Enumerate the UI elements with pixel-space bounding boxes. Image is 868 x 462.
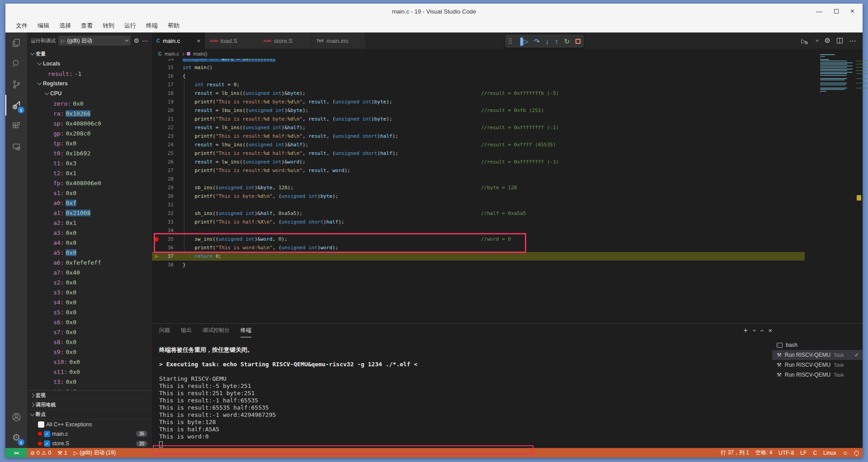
cursor-position[interactable]: 行 37，列 1 bbox=[717, 449, 752, 457]
start-debug-icon[interactable]: ▷ bbox=[61, 38, 65, 44]
eol-sequence[interactable]: LF bbox=[797, 450, 810, 456]
menu-item-0[interactable]: 文件 bbox=[12, 20, 32, 31]
debug-session-status[interactable]: ▷(gdb) 启动 (19) bbox=[71, 448, 119, 457]
step-into-icon[interactable]: ↓ bbox=[546, 38, 549, 45]
terminal-list-item-2[interactable]: ⚒Run RISCV-QEMUTask bbox=[772, 360, 863, 370]
panel-tab-调试控制台[interactable]: 调试控制台 bbox=[203, 324, 230, 337]
terminal-list-item-0[interactable]: ›bash bbox=[772, 340, 863, 350]
tab-store-S[interactable]: ASMstore.S bbox=[259, 33, 312, 49]
launch-config-select[interactable]: ▷ (gdb) 启动 bbox=[58, 36, 131, 46]
indentation[interactable]: 空格: 4 bbox=[752, 449, 775, 457]
register-row-sp[interactable]: sp: 0x408006c0 bbox=[27, 118, 152, 128]
terminal-output[interactable]: 终端将被任务重用，按任意键关闭。 > Executing task: echo … bbox=[152, 337, 772, 448]
tree-row[interactable]: Registers bbox=[27, 79, 152, 89]
menu-item-6[interactable]: 终端 bbox=[142, 20, 162, 31]
menu-item-5[interactable]: 运行 bbox=[120, 20, 140, 31]
breakpoint-checkbox[interactable]: ✓ bbox=[44, 431, 50, 437]
tree-row[interactable]: Locals bbox=[27, 59, 152, 69]
register-row-t2[interactable]: t2: 0x1 bbox=[27, 168, 152, 178]
maximize-icon[interactable] bbox=[834, 9, 839, 14]
register-row-a7[interactable]: a7: 0x40 bbox=[27, 267, 152, 277]
register-row-gp[interactable]: gp: 0x208c0 bbox=[27, 128, 152, 138]
menu-item-2[interactable]: 选择 bbox=[55, 20, 75, 31]
register-row-s1[interactable]: s1: 0x0 bbox=[27, 188, 152, 198]
code-editor[interactable]: 14unsigned int word = 0xffffffff;15int m… bbox=[152, 59, 863, 323]
register-row-a2[interactable]: a2: 0x1 bbox=[27, 218, 152, 228]
run-debug-icon[interactable]: 1 bbox=[5, 95, 27, 116]
run-or-debug-icon[interactable]: ▷⚙ bbox=[801, 37, 809, 44]
register-row-s5[interactable]: s5: 0x0 bbox=[27, 307, 152, 317]
register-row-t1[interactable]: t1: 0x3 bbox=[27, 158, 152, 168]
minimap[interactable] bbox=[820, 54, 856, 94]
variable-row-result[interactable]: result: -1 bbox=[27, 69, 152, 79]
register-row-a1[interactable]: a1: 0x21008 bbox=[27, 208, 152, 218]
tree-row[interactable]: CPU bbox=[27, 89, 152, 98]
breakpoint-row-All-C---Exceptions[interactable]: All C++ Exceptions bbox=[27, 420, 152, 429]
tree-row[interactable]: 变量 bbox=[27, 49, 152, 59]
task-status[interactable]: ⚒1 bbox=[54, 448, 70, 457]
tab-main-ins[interactable]: TeXmain.ins bbox=[312, 33, 365, 49]
extensions-icon[interactable] bbox=[5, 116, 27, 136]
breakpoint-row-store-S[interactable]: ✓store.S20 bbox=[27, 439, 152, 448]
terminal-list-item-3[interactable]: ⚒Run RISCV-QEMUTask bbox=[772, 370, 863, 380]
explorer-icon[interactable] bbox=[5, 33, 27, 53]
search-icon[interactable] bbox=[5, 53, 27, 74]
register-row-s10[interactable]: s10: 0x0 bbox=[27, 357, 152, 367]
section-breakpoints[interactable]: 断点 bbox=[27, 410, 152, 420]
register-row-s3[interactable]: s3: 0x0 bbox=[27, 287, 152, 297]
register-row-s9[interactable]: s9: 0x0 bbox=[27, 347, 152, 357]
register-row-s7[interactable]: s7: 0x0 bbox=[27, 327, 152, 337]
encoding[interactable]: UTF-8 bbox=[775, 450, 797, 456]
tab-load-S[interactable]: ASMload.S bbox=[205, 33, 259, 49]
notifications-bell-icon[interactable] bbox=[851, 451, 863, 455]
register-row-a4[interactable]: a4: 0x0 bbox=[27, 238, 152, 247]
maximize-panel-icon[interactable] bbox=[760, 330, 764, 333]
stop-icon[interactable] bbox=[576, 39, 580, 44]
close-icon[interactable]: × bbox=[850, 8, 854, 15]
source-control-icon[interactable] bbox=[5, 74, 27, 95]
continue-icon[interactable]: ▐▷ bbox=[518, 38, 528, 45]
feedback-icon[interactable]: ☺ bbox=[840, 450, 851, 456]
account-icon[interactable] bbox=[5, 406, 27, 427]
toolbar-grip-icon[interactable]: •• •• •• bbox=[509, 38, 512, 45]
register-row-t4[interactable]: t4: 0x0 bbox=[27, 387, 152, 390]
os-indicator[interactable]: Linux bbox=[820, 450, 840, 456]
breadcrumb-symbol[interactable]: main() bbox=[193, 51, 207, 56]
settings-gear-icon[interactable]: ⚙ 1 bbox=[5, 427, 27, 448]
breakpoint-row-main-c[interactable]: ✓main.c35 bbox=[27, 429, 152, 439]
language-mode[interactable]: C bbox=[810, 450, 820, 456]
register-row-fp[interactable]: fp: 0x408006e0 bbox=[27, 178, 152, 188]
terminal-dropdown-icon[interactable] bbox=[753, 328, 756, 331]
menu-item-7[interactable]: 帮助 bbox=[164, 20, 184, 31]
breadcrumb-file[interactable]: main.c bbox=[165, 51, 179, 56]
register-row-t3[interactable]: t3: 0x0 bbox=[27, 377, 152, 387]
editor-more-actions-icon[interactable]: ⋯ bbox=[849, 37, 856, 45]
panel-tab-问题[interactable]: 问题 bbox=[159, 324, 170, 337]
breakpoint-checkbox[interactable] bbox=[38, 421, 44, 428]
panel-tab-输出[interactable]: 输出 bbox=[181, 324, 192, 337]
panel-tab-终端[interactable]: 终端 bbox=[241, 324, 251, 337]
register-row-zero[interactable]: zero: 0x0 bbox=[27, 98, 152, 108]
register-row-a6[interactable]: a6: 0xfefefeff bbox=[27, 257, 152, 267]
menu-item-4[interactable]: 转到 bbox=[99, 20, 118, 31]
more-actions-icon[interactable]: ⋯ bbox=[142, 37, 148, 44]
register-row-s2[interactable]: s2: 0x0 bbox=[27, 277, 152, 287]
step-out-icon[interactable]: ↑ bbox=[555, 38, 558, 45]
terminal-list-item-1[interactable]: ⚒Run RISCV-QEMUTask✓ bbox=[772, 350, 863, 360]
menu-item-3[interactable]: 查看 bbox=[77, 20, 97, 31]
restart-icon[interactable]: ↻ bbox=[564, 38, 570, 45]
register-row-tp[interactable]: tp: 0x0 bbox=[27, 138, 152, 148]
step-over-icon[interactable]: ↷ bbox=[534, 38, 540, 45]
register-row-s11[interactable]: s11: 0x0 bbox=[27, 367, 152, 377]
minimize-icon[interactable]: — bbox=[816, 8, 822, 14]
register-row-a0[interactable]: a0: 0xf bbox=[27, 198, 152, 208]
tab-main-c[interactable]: Cmain.c× bbox=[152, 33, 205, 49]
current-line-arrow[interactable]: ▷ bbox=[152, 252, 161, 261]
register-row-s6[interactable]: s6: 0x0 bbox=[27, 317, 152, 327]
remote-explorer-icon[interactable] bbox=[5, 136, 27, 157]
section-call-stack[interactable]: 调用堆栈 bbox=[27, 400, 152, 410]
register-row-a3[interactable]: a3: 0x0 bbox=[27, 228, 152, 238]
remote-indicator[interactable]: >< bbox=[5, 448, 27, 457]
problems-status[interactable]: ⊘0 ⚠0 bbox=[27, 448, 54, 457]
debug-settings-gear-icon[interactable]: ⚙ bbox=[133, 37, 139, 44]
